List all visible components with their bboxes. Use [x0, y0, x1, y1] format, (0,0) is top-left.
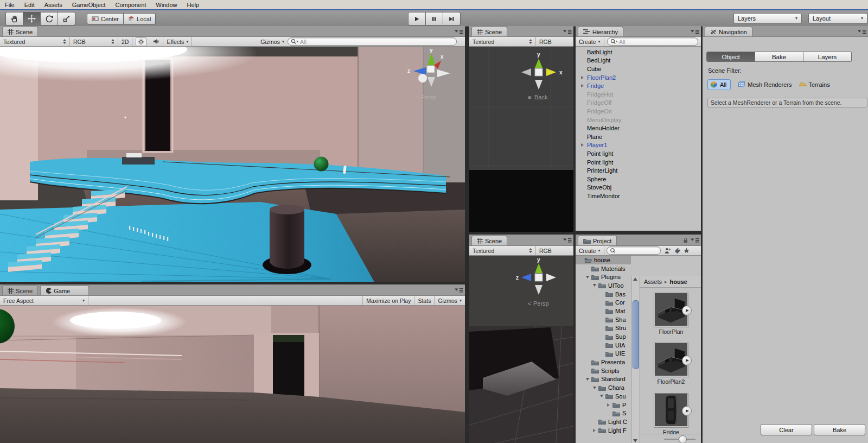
2d-toggle-button[interactable]: 2D — [118, 37, 132, 46]
filter-all[interactable]: All — [707, 79, 731, 90]
menu-gameobject[interactable]: GameObject — [67, 0, 111, 9]
view-mode-label[interactable]: Persp — [421, 94, 437, 100]
hierarchy-search-field[interactable] — [607, 37, 698, 46]
filter-mesh-renderers[interactable]: Mesh Renderers — [738, 81, 792, 88]
hierarchy-item[interactable]: FloorPlan2 — [576, 73, 701, 82]
collapse-arrow-icon[interactable] — [586, 378, 589, 381]
hierarchy-item[interactable]: MenuHolder — [576, 124, 701, 132]
project-tree-item[interactable]: Plugins — [576, 273, 631, 281]
hierarchy-create-dropdown[interactable]: Create ▾ — [576, 37, 604, 46]
axis-y-label[interactable]: y — [537, 52, 540, 58]
hand-tool-button[interactable] — [5, 12, 23, 26]
layout-dropdown[interactable]: Layout▾ — [808, 13, 867, 24]
hierarchy-item[interactable]: Point light — [576, 158, 701, 167]
expand-arrow-icon[interactable] — [581, 84, 584, 87]
menu-component[interactable]: Component — [110, 0, 151, 9]
persp-icon[interactable]: < — [528, 300, 531, 307]
pause-button[interactable] — [426, 12, 443, 26]
collapse-arrow-icon[interactable] — [593, 387, 596, 389]
effects-dropdown[interactable]: Effects ▾ — [163, 37, 192, 46]
persp-icon[interactable]: < — [416, 94, 419, 100]
prefab-expand-badge[interactable] — [682, 356, 692, 365]
tab-scene[interactable]: Scene — [2, 27, 38, 36]
asset-item[interactable]: FloorPlan — [654, 293, 688, 335]
bake-button[interactable]: Bake — [814, 424, 865, 435]
project-tree-item[interactable]: Materials — [576, 264, 631, 273]
layers-dropdown[interactable]: Layers▾ — [733, 13, 802, 24]
pivot-local-button[interactable]: Local — [124, 13, 156, 24]
breadcrumb[interactable]: Assets ▸ house — [640, 276, 701, 288]
audio-toggle-button[interactable] — [150, 37, 163, 46]
nav-tab-bake[interactable]: Bake — [755, 52, 803, 62]
project-tree-item[interactable]: Sou — [576, 392, 631, 401]
project-search-field[interactable] — [607, 246, 661, 255]
project-tree-item[interactable]: Light C — [576, 417, 631, 426]
hierarchy-item[interactable]: BathLight — [576, 48, 701, 56]
tab-scene[interactable]: Scene — [471, 236, 507, 245]
expand-arrow-icon[interactable] — [593, 429, 596, 432]
project-tree-item[interactable]: Stru — [576, 324, 631, 333]
panel-menu-icon[interactable] — [690, 237, 699, 243]
hierarchy-item[interactable]: MenuDisplay — [576, 116, 701, 124]
collapse-arrow-icon[interactable] — [586, 276, 589, 279]
gizmos-dropdown[interactable]: Gizmos ▾ — [257, 37, 288, 46]
menu-file[interactable]: File — [0, 0, 20, 9]
hierarchy-item[interactable]: FridgeOn — [576, 107, 701, 116]
shading-mode-dropdown[interactable]: Textured — [0, 37, 70, 46]
hierarchy-item[interactable]: Point light — [576, 149, 701, 158]
menu-help[interactable]: Help — [182, 0, 204, 9]
stats-button[interactable]: Stats — [414, 296, 435, 305]
asset-thumbnail[interactable] — [654, 293, 688, 327]
collapse-arrow-icon[interactable] — [600, 395, 603, 397]
axis-y-label[interactable]: y — [537, 257, 540, 263]
view-mode-label[interactable]: Persp — [533, 300, 549, 307]
panel-menu-icon[interactable] — [454, 28, 463, 35]
hierarchy-item[interactable]: Player1 — [576, 141, 701, 150]
project-create-dropdown[interactable]: Create ▾ — [576, 246, 604, 255]
scroll-down-icon[interactable] — [633, 439, 637, 442]
panel-menu-icon[interactable] — [563, 237, 572, 243]
axis-x-label[interactable]: x — [441, 54, 444, 60]
project-tree-item[interactable]: Sha — [576, 315, 631, 324]
project-tree-item[interactable]: Standard — [576, 375, 631, 384]
asset-item[interactable]: Fridge — [654, 393, 688, 435]
project-tree-item[interactable]: P — [576, 401, 631, 409]
prefab-expand-badge[interactable] — [682, 306, 692, 315]
shading-mode-dropdown[interactable]: Textured — [469, 246, 536, 255]
move-tool-button[interactable] — [23, 12, 41, 26]
maximize-on-play-button[interactable]: Maximize on Play — [362, 296, 414, 305]
axis-y-label[interactable]: y — [430, 47, 433, 53]
menu-edit[interactable]: Edit — [20, 0, 40, 9]
favorites-star-icon[interactable] — [684, 248, 690, 254]
back-icon[interactable]: ≡ — [528, 94, 531, 100]
menu-assets[interactable]: Assets — [40, 0, 67, 9]
hierarchy-item[interactable]: Plane — [576, 132, 701, 141]
play-button[interactable] — [408, 12, 426, 26]
axis-z-label[interactable]: z — [407, 68, 410, 74]
aspect-ratio-dropdown[interactable]: Free Aspect ▾ — [0, 296, 88, 305]
menu-window[interactable]: Window — [151, 0, 182, 9]
panel-menu-icon[interactable] — [563, 28, 572, 35]
scroll-up-icon[interactable] — [633, 277, 637, 281]
tab-navigation[interactable]: Navigation — [705, 27, 752, 36]
hierarchy-item[interactable]: StoveObj — [576, 183, 701, 192]
project-tree-item[interactable]: Chara — [576, 383, 631, 392]
project-tree-item[interactable]: UIE — [576, 350, 631, 358]
filter-terrains[interactable]: Terrains — [799, 81, 830, 88]
hierarchy-item[interactable]: Sphere — [576, 175, 701, 183]
tab-game[interactable]: Game — [40, 286, 89, 295]
project-tree-item[interactable]: Light F — [576, 426, 631, 435]
hierarchy-item[interactable]: BedLight — [576, 56, 701, 65]
project-tree-item[interactable]: Sup — [576, 332, 631, 341]
asset-thumbnail[interactable] — [654, 393, 688, 428]
scrollbar-thumb[interactable] — [633, 300, 639, 369]
hierarchy-item[interactable]: PrinterLight — [576, 166, 701, 175]
render-mode-dropdown[interactable]: RGB — [70, 37, 118, 46]
prefab-expand-badge[interactable] — [682, 406, 692, 416]
search-input[interactable] — [619, 39, 695, 45]
search-input[interactable] — [300, 39, 454, 45]
project-tree-item[interactable]: Mat — [576, 307, 631, 315]
nav-tab-object[interactable]: Object — [706, 52, 755, 62]
game-gizmos-dropdown[interactable]: Gizmos ▾ — [435, 296, 465, 305]
lighting-toggle-button[interactable] — [132, 37, 150, 46]
